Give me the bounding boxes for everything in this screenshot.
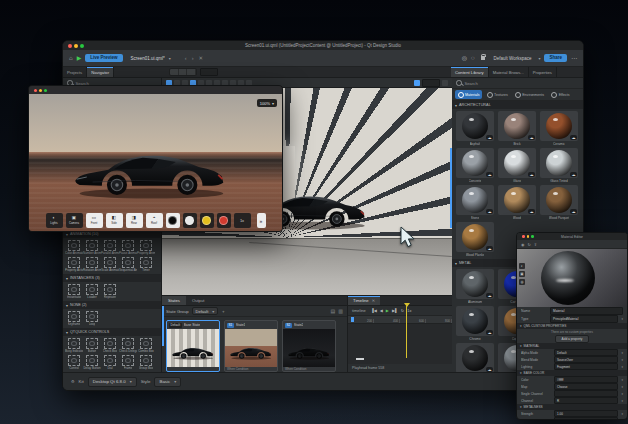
property-value[interactable]: 1.00 [554,410,618,417]
chevron-down-icon[interactable]: ▾ [621,378,623,382]
paint-color-button[interactable] [217,213,231,228]
download-cloud-icon[interactable]: ☁ [486,172,493,177]
annotation-icon[interactable]: ◌ [471,55,475,61]
home-icon[interactable]: ⌂ [69,55,73,61]
component-item[interactable]: Rotation Animation [83,257,101,272]
camera-view-button[interactable]: ◓Roof [146,213,163,228]
material-item[interactable]: ☁ Iron [455,343,495,372]
camera-view-button[interactable]: ◨Rear [126,213,143,228]
refresh-icon[interactable]: ↻ [528,242,531,247]
environment-icon[interactable]: ◐ [519,263,525,269]
viewport-setting-field[interactable] [200,68,218,76]
chevron-down-icon[interactable]: ▾ [538,56,540,61]
back-button[interactable]: ‹ [185,55,187,61]
library-search[interactable]: Search [452,78,583,89]
component-item[interactable]: Pause Animation [119,240,137,255]
material-item[interactable]: ☁ Wood Parquet [539,185,579,220]
preview-tool-button[interactable]: ▣Camera [66,213,83,228]
download-cloud-icon[interactable]: ☁ [486,367,493,372]
state-thumbnail[interactable] [283,329,335,367]
component-item[interactable]: Dial [101,355,119,370]
right-panel-tab[interactable]: Content Library [451,67,489,77]
download-cloud-icon[interactable]: ☁ [486,135,493,140]
preview-titlebar[interactable] [29,86,282,94]
right-panel-tab[interactable]: Material Brows... [489,67,529,77]
model-icon[interactable]: ▣ [519,271,525,277]
zoom-icon[interactable]: ◍ [519,279,525,285]
type-select[interactable]: PrincipledMaterial [550,315,618,323]
material-item[interactable]: ☁ Brick [497,111,537,146]
section-header[interactable]: ▾QTQUICK CONTROLS [63,328,161,336]
component-item[interactable]: Group Box [137,355,155,370]
component-item[interactable]: Instantiator [65,284,83,299]
keyframe-bar[interactable] [356,358,364,360]
material-item[interactable]: ☁ Chrome [455,306,495,341]
property-value[interactable]: Choose [554,383,618,390]
component-item[interactable]: Parallel Animation [101,240,119,255]
speed-button[interactable]: 1x [234,213,251,228]
settings-gear-icon[interactable]: ⚙ [71,379,75,384]
add-state-icon[interactable]: ＋ [221,309,225,314]
download-cloud-icon[interactable]: ☁ [486,246,493,251]
timeline-name[interactable]: timeline [352,308,366,313]
component-item[interactable]: Check Delegate [119,338,137,353]
camera-speed-field[interactable] [422,79,440,87]
paint-color-button[interactable] [166,213,180,228]
property-value[interactable]: SourceOver [554,356,618,363]
section-header[interactable]: ▾INSTANCERS (3) [63,274,161,282]
download-cloud-icon[interactable]: ☁ [570,172,577,177]
thumbnail-view-icon[interactable]: ▤ [331,308,336,314]
chevron-down-icon[interactable]: ▾ [621,351,623,355]
material-item[interactable]: ☁ Asphalt [455,111,495,146]
workspace-selector[interactable]: Default Workspace [494,56,532,61]
more-options-icon[interactable]: ⋯ [571,55,577,61]
component-item[interactable]: Frame [119,355,137,370]
material-item[interactable]: ☁ Stone [455,185,495,220]
state-group-select[interactable]: Default▾ [192,307,219,315]
current-file-breadcrumb[interactable]: Screen01.ui.qml* [131,56,165,61]
download-cloud-icon[interactable]: ☁ [528,172,535,177]
chevron-down-icon[interactable]: ▾ [621,412,623,416]
close-document-icon[interactable]: ✕ [199,55,204,61]
material-item[interactable]: ☁ Glass Tinted [539,148,579,183]
component-item[interactable]: Sequential Animation [119,257,137,272]
zoom-badge[interactable]: 100%▾ [257,99,277,107]
window-titlebar[interactable]: Screen01.ui.qml (UntitledProjectContent … [63,41,583,50]
download-cloud-icon[interactable]: ☁ [570,135,577,140]
property-value[interactable]: Choose [554,417,618,420]
material-item[interactable]: ☁ Concrete [455,148,495,183]
component-item[interactable]: Loop [83,311,101,326]
download-cloud-icon[interactable]: ☁ [528,209,535,214]
state-card-2[interactable]: S2State2 When Condition [282,320,336,372]
material-item[interactable]: ☁ Glass [497,148,537,183]
right-panel-tab[interactable]: Properties [529,67,557,77]
close-icon[interactable]: ✕ [372,298,375,303]
camera-view-button[interactable]: ◧Side [106,213,123,228]
play-icon[interactable]: ▶ [386,308,389,313]
export-icon[interactable]: ⇪ [534,242,537,247]
component-item[interactable]: Keyframe [65,311,83,326]
locate-icon[interactable]: ◎ [462,55,467,61]
section-header-architectural[interactable]: ▾ARCHITECTURAL [452,101,583,109]
chevron-down-icon[interactable]: ▾ [621,419,623,421]
material-item[interactable]: ☁ Aluminum [455,269,495,304]
lock-icon[interactable] [481,56,485,60]
component-item[interactable]: Timer [137,257,155,272]
minimize-button[interactable] [39,89,42,92]
share-button[interactable]: Share [544,54,567,63]
component-item[interactable]: Repeater [101,284,119,299]
section-header[interactable]: ▾NONE (2) [63,301,161,309]
forward-button[interactable]: › [192,55,194,61]
close-button[interactable] [34,89,37,92]
add-property-button[interactable]: Add a property [555,335,590,343]
component-item[interactable]: Check Box [101,338,119,353]
component-item[interactable]: Property Animation [137,240,155,255]
list-view-icon[interactable]: ▥ [338,308,343,314]
preview-tool-button[interactable]: ◐Lights [46,213,63,228]
kit-select[interactable]: Desktop Qt 6.8.0▾ [88,377,137,387]
splitter-handle[interactable] [450,148,452,228]
left-panel-tab[interactable]: Projects [63,67,87,77]
state-card-1[interactable]: S1State1 When Condition [224,320,278,372]
timeline-track[interactable] [348,324,452,364]
component-item[interactable]: Delay Button [83,355,101,370]
